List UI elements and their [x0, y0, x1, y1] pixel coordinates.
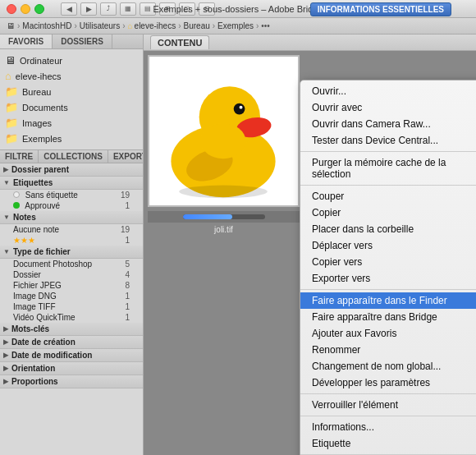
forward-button[interactable]: ▶: [80, 2, 97, 16]
sidebar-tabs: FAVORIS DOSSIERS: [0, 34, 143, 49]
cm-corbeille[interactable]: Placer dans la corbeille: [300, 221, 476, 237]
fav-eleve[interactable]: ⌂ eleve-ihecs: [0, 68, 143, 84]
filter-item-jpeg[interactable]: Fichier JPEG 8: [0, 280, 143, 291]
fav-exemples[interactable]: 📁 Exemples: [0, 131, 143, 146]
duck-image: [149, 57, 298, 205]
cm-bridge[interactable]: Faire apparaître dans Bridge: [300, 309, 476, 325]
svg-point-4: [234, 103, 245, 115]
cm-ouvrir[interactable]: Ouvrir...: [300, 83, 476, 99]
triangle-icon: ▶: [3, 378, 8, 385]
filter-item-quicktime[interactable]: Vidéo QuickTime 1: [0, 312, 143, 323]
fav-images[interactable]: 📁 Images: [0, 115, 143, 131]
dot-green-icon: [13, 202, 20, 209]
zoom-button[interactable]: [34, 4, 44, 14]
cm-renommer[interactable]: Renommer: [300, 342, 476, 358]
triangle-icon: ▶: [3, 325, 8, 333]
content-tab-bar: CONTENU: [144, 34, 476, 51]
breadcrumb: 🖥 › MacintoshHD › Utilisateurs › ⌂ eleve…: [0, 18, 476, 34]
filter-section: FILTRE COLLECTIONS EXPORTER – ▶ Dossier …: [0, 149, 143, 455]
triangle-icon: ▼: [3, 214, 10, 221]
filter-item-sans-etiquette[interactable]: Sans étiquette 19: [0, 190, 143, 200]
back-button[interactable]: ◀: [61, 2, 77, 16]
cm-rename-global[interactable]: Changement de nom global...: [300, 358, 476, 375]
tab-favoris[interactable]: FAVORIS: [0, 34, 53, 48]
bc-expand[interactable]: •••: [261, 21, 270, 30]
bc-item-1[interactable]: MacintoshHD: [22, 21, 71, 30]
filter-item-aucune-note[interactable]: Aucune note 19: [0, 224, 143, 235]
filter-header-datemodif[interactable]: ▶ Date de modification: [0, 349, 143, 362]
computer-icon: 🖥: [5, 54, 16, 67]
tab-contenu[interactable]: CONTENU: [150, 35, 209, 49]
fav-ordinateur[interactable]: 🖥 Ordinateur: [0, 53, 143, 68]
minimize-button[interactable]: [21, 4, 30, 14]
cm-deplacer-vers[interactable]: Déplacer vers ▶: [300, 237, 476, 254]
filter-header-datecreation[interactable]: ▶ Date de création: [0, 336, 143, 349]
cm-ouvrir-avec[interactable]: Ouvrir avec ▶: [300, 99, 476, 116]
cm-developper[interactable]: Développer les paramètres ▶: [300, 375, 476, 391]
dot-none: [13, 191, 20, 198]
bc-icon: 🖥: [7, 21, 15, 30]
filter-header-motscles[interactable]: ▶ Mots-clés: [0, 323, 143, 336]
cm-informations[interactable]: Informations...: [300, 419, 476, 435]
filter-header-etiquettes[interactable]: ▼ Etiquettes: [0, 177, 143, 190]
filter-header-orientation[interactable]: ▶ Orientation: [0, 362, 143, 375]
info-button[interactable]: INFORMATIONS ESSENTIELLES: [310, 2, 451, 16]
triangle-icon: ▶: [3, 352, 8, 359]
cm-copier-vers[interactable]: Copier vers ▶: [300, 254, 476, 270]
progress-fill: [183, 214, 232, 219]
bc-item-2[interactable]: Utilisateurs: [80, 21, 120, 30]
folder-icon-docs: 📁: [5, 101, 18, 113]
triangle-icon: ▶: [3, 166, 8, 173]
favorites-list: 🖥 Ordinateur ⌂ eleve-ihecs 📁 Bureau 📁 Do…: [0, 49, 143, 149]
window-title: Exemples + sous-dossiers – Adobe Bridge: [153, 4, 323, 14]
cm-favoris[interactable]: Ajouter aux Favoris: [300, 325, 476, 342]
cm-verrouiller[interactable]: Verrouiller l'élément: [300, 397, 476, 413]
cm-sep-4: [300, 393, 476, 394]
view1-button[interactable]: ▦: [120, 2, 136, 16]
filter-header-notes[interactable]: ▼ Notes: [0, 211, 143, 224]
cm-exporter-vers[interactable]: Exporter vers ▶: [300, 270, 476, 287]
folder-icon-bureau: 📁: [5, 85, 18, 98]
filter-header-proportions[interactable]: ▶ Proportions: [0, 375, 143, 388]
tab-exporter[interactable]: EXPORTER: [108, 150, 143, 163]
triangle-icon: ▼: [3, 179, 10, 186]
cm-couper[interactable]: Couper: [300, 188, 476, 205]
cm-finder[interactable]: Faire apparaître dans le Finder: [300, 292, 476, 309]
triangle-icon: ▶: [3, 365, 8, 372]
sidebar: FAVORIS DOSSIERS 🖥 Ordinateur ⌂ eleve-ih…: [0, 34, 144, 455]
filter-tabs: FILTRE COLLECTIONS EXPORTER –: [0, 150, 143, 163]
bc-item-5[interactable]: Exemples: [217, 21, 254, 30]
up-button[interactable]: ⤴: [100, 2, 117, 16]
title-bar: ◀ ▶ ⤴ ▦ ▤ ⊞ ▢ ⊟ Exemples + sous-dossiers…: [0, 0, 476, 18]
cm-purger[interactable]: Purger la mémoire cache de la sélection: [300, 154, 476, 182]
cm-etiquette[interactable]: Etiquette ▶: [300, 435, 476, 452]
main-thumbnail: [148, 55, 300, 207]
cm-sep-2: [300, 185, 476, 186]
filter-header-dossier[interactable]: ▶ Dossier parent: [0, 163, 143, 177]
filter-header-type[interactable]: ▼ Type de fichier: [0, 246, 143, 259]
fav-documents[interactable]: 📁 Documents: [0, 99, 143, 115]
tab-dossiers[interactable]: DOSSIERS: [53, 34, 112, 48]
filter-item-tiff[interactable]: Image TIFF 1: [0, 301, 143, 312]
filter-item-dossier[interactable]: Dossier 4: [0, 269, 143, 280]
svg-point-5: [240, 106, 243, 109]
filter-item-approuve[interactable]: Approuvé 1: [0, 200, 143, 211]
cm-device-central[interactable]: Tester dans Device Central...: [300, 132, 476, 149]
tab-filtre[interactable]: FILTRE: [0, 150, 39, 163]
cm-copier[interactable]: Copier: [300, 205, 476, 221]
progress-bar-area: [148, 211, 300, 223]
filter-item-psd[interactable]: Document Photoshop 5: [0, 259, 143, 269]
cm-camera-raw[interactable]: Ouvrir dans Camera Raw...: [300, 116, 476, 132]
triangle-icon: ▼: [3, 248, 10, 255]
filter-item-dng[interactable]: Image DNG 1: [0, 291, 143, 301]
cm-sep-3: [300, 289, 476, 290]
cm-sep-5: [300, 416, 476, 416]
fav-bureau[interactable]: 📁 Bureau: [0, 84, 143, 99]
tab-collections[interactable]: COLLECTIONS: [39, 150, 108, 163]
bc-item-4[interactable]: Bureau: [184, 21, 210, 30]
bc-item-3[interactable]: ⌂ eleve-ihecs: [128, 21, 176, 30]
filter-item-stars[interactable]: ★★★ 1: [0, 235, 143, 246]
folder-icon-images: 📁: [5, 117, 18, 129]
home-icon: ⌂: [5, 70, 11, 82]
close-button[interactable]: [7, 4, 16, 14]
